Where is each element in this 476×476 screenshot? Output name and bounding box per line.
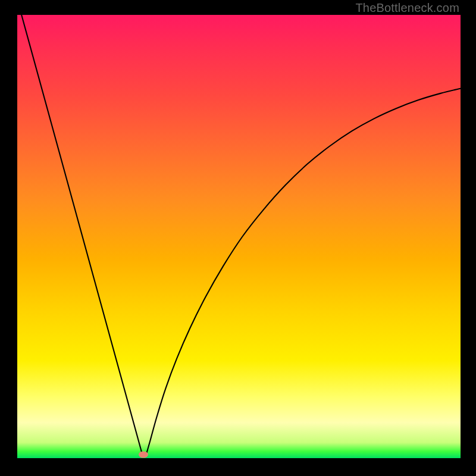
curve-right-branch bbox=[146, 89, 461, 456]
chart-frame: TheBottleneck.com bbox=[0, 0, 476, 476]
curve-layer bbox=[17, 15, 461, 458]
watermark-text: TheBottleneck.com bbox=[355, 1, 459, 15]
curve-left-branch bbox=[17, 0, 143, 456]
plot-area bbox=[17, 15, 461, 458]
minimum-marker-icon bbox=[139, 452, 148, 458]
